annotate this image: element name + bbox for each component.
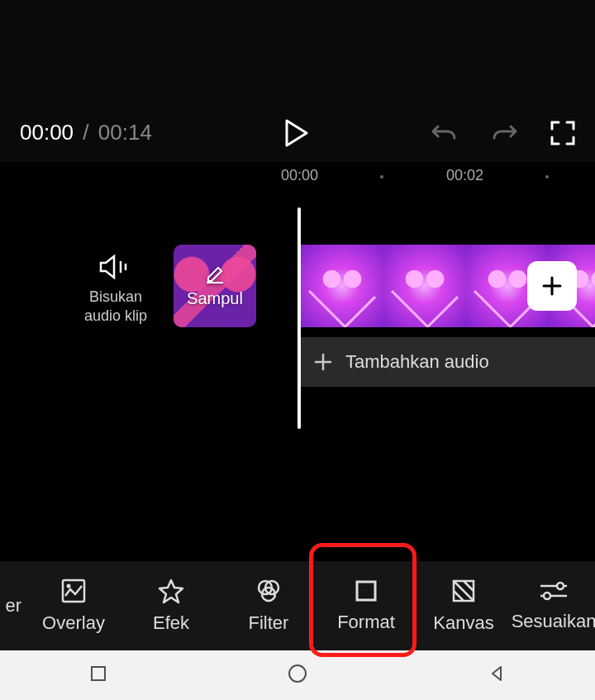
- svg-line-15: [464, 581, 474, 591]
- toolbar-item-format[interactable]: Format: [317, 579, 415, 633]
- undo-icon: [431, 121, 458, 145]
- cover-thumbnail-button[interactable]: Sampul: [174, 245, 256, 327]
- fullscreen-button[interactable]: [550, 121, 575, 145]
- back-icon: [488, 664, 506, 683]
- sliders-icon: [539, 579, 569, 602]
- toolbar-item-overlay[interactable]: Overlay: [25, 578, 122, 634]
- add-clip-button[interactable]: [527, 261, 577, 311]
- add-audio-button[interactable]: Tambahkan audio: [301, 337, 595, 387]
- format-icon: [354, 579, 378, 603]
- plus-icon: [540, 274, 564, 298]
- system-nav-bar: [0, 650, 595, 700]
- nav-home-button[interactable]: [287, 663, 308, 688]
- ruler-tick: 00:00: [281, 167, 318, 184]
- cover-label: Sampul: [187, 289, 243, 308]
- cover-thumbnail-image: [174, 245, 256, 327]
- play-icon: [285, 119, 310, 147]
- toolbar-label: Kanvas: [433, 612, 493, 634]
- time-current: 00:00: [20, 120, 74, 145]
- svg-point-22: [289, 665, 306, 682]
- toolbar-item-partial[interactable]: er: [0, 595, 25, 617]
- svg-point-8: [67, 584, 71, 588]
- svg-rect-21: [92, 667, 105, 680]
- time-total: 00:14: [98, 120, 152, 145]
- overlay-icon: [60, 578, 87, 604]
- redo-button[interactable]: [491, 121, 517, 145]
- svg-line-14: [454, 581, 474, 601]
- bottom-toolbar: er Overlay Efek Filter Format: [0, 561, 595, 650]
- nav-recent-button[interactable]: [89, 664, 107, 686]
- nav-back-button[interactable]: [488, 664, 506, 686]
- toolbar-label: er: [5, 595, 21, 617]
- fullscreen-icon: [550, 121, 575, 145]
- ruler-dot: [380, 175, 383, 179]
- toolbar-item-effects[interactable]: Efek: [122, 578, 220, 634]
- right-controls: [431, 121, 575, 145]
- toolbar-item-adjust[interactable]: Sesuaikan: [512, 579, 595, 632]
- playback-controls: 00:00 / 00:14: [0, 120, 595, 145]
- canvas-icon: [450, 578, 477, 604]
- toolbar-item-canvas[interactable]: Kanvas: [415, 578, 512, 634]
- speaker-icon: [99, 253, 132, 281]
- mute-label: Bisukan audio klip: [66, 288, 165, 326]
- redo-icon: [491, 121, 517, 145]
- ruler-dot: [545, 175, 549, 179]
- ruler-tick: 00:02: [446, 167, 483, 184]
- play-button[interactable]: [285, 119, 310, 147]
- star-icon: [158, 578, 184, 604]
- toolbar-label: Overlay: [42, 612, 105, 634]
- toolbar-label: Efek: [153, 612, 189, 634]
- svg-point-18: [557, 583, 564, 589]
- svg-line-16: [454, 591, 464, 601]
- home-icon: [287, 663, 308, 684]
- plus-icon: [314, 353, 332, 371]
- video-clip-frame: [301, 245, 383, 327]
- recent-icon: [89, 664, 107, 683]
- video-preview: 00:00 / 00:14: [0, 0, 595, 162]
- undo-button[interactable]: [431, 121, 458, 145]
- toolbar-label: Sesuaikan: [512, 611, 595, 632]
- toolbar-item-filter[interactable]: Filter: [220, 578, 317, 634]
- timeline[interactable]: 00:00 00:02 Bisukan audio klip Sampul: [0, 162, 595, 537]
- mute-clip-button[interactable]: Bisukan audio klip: [66, 253, 165, 326]
- svg-rect-12: [357, 582, 375, 600]
- time-display: 00:00 / 00:14: [20, 120, 152, 145]
- edit-icon: [205, 264, 225, 284]
- toolbar-label: Filter: [249, 612, 289, 634]
- filter-icon: [255, 578, 282, 604]
- svg-rect-7: [63, 580, 84, 602]
- svg-point-20: [544, 593, 550, 599]
- timeline-ruler: 00:00 00:02: [0, 162, 595, 187]
- video-clip-frame: [383, 245, 466, 327]
- add-audio-label: Tambahkan audio: [345, 351, 489, 373]
- toolbar-label: Format: [337, 612, 395, 633]
- time-separator: /: [83, 120, 88, 145]
